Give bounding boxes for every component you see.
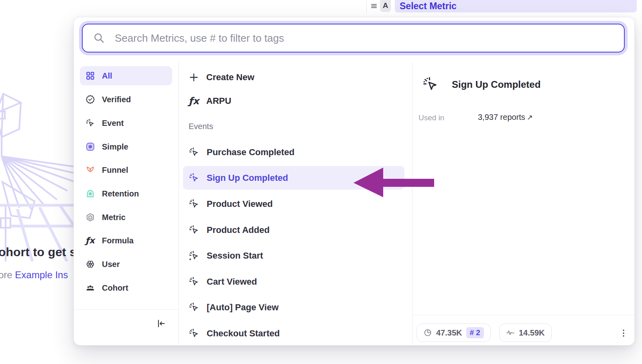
create-new-button[interactable]: Create New — [183, 67, 404, 88]
search-placeholder: Search Metrics, use # to filter to tags — [115, 32, 284, 44]
sidebar-item-label: Retention — [102, 189, 139, 198]
metric-hexagon-icon — [85, 212, 95, 222]
event-item[interactable]: Session Start — [183, 244, 404, 267]
more-options-button[interactable] — [616, 325, 631, 341]
wireframe-illustration — [0, 85, 80, 261]
activity-count-value: 14.59K — [519, 328, 545, 338]
event-cursor-icon — [189, 276, 199, 287]
event-item[interactable]: Product Added — [183, 218, 404, 242]
list-item-arpu[interactable]: ƒx ARPU — [183, 91, 404, 111]
sidebar-item-label: Funnel — [102, 166, 128, 175]
verified-badge-icon — [85, 95, 95, 104]
total-count-value: 47.35K — [436, 328, 462, 338]
sidebar-footer-divider — [74, 309, 179, 309]
events-section-header: Events — [189, 119, 349, 133]
event-item[interactable]: [Auto] Page View — [183, 295, 404, 319]
sidebar-item-event[interactable]: Event — [80, 113, 172, 133]
event-cursor-icon — [189, 302, 199, 313]
event-cursor-icon — [189, 328, 199, 339]
collapse-sidebar-button[interactable] — [153, 316, 169, 331]
collapse-left-icon — [156, 318, 167, 329]
formula-fx-icon: ƒx — [85, 236, 95, 245]
used-in-reports-link[interactable]: 3,937 reports↗ — [478, 113, 533, 122]
sidebar-item-user[interactable]: User — [80, 255, 172, 274]
background-link-line: ore Example Ins — [0, 269, 68, 281]
used-in-label: Used in — [419, 113, 444, 122]
sidebar-item-simple[interactable]: Simple — [80, 137, 172, 156]
event-item[interactable]: Product Viewed — [183, 192, 404, 216]
event-cursor-icon — [85, 118, 95, 128]
sidebar-item-label: Event — [102, 119, 124, 128]
sidebar-item-label: All — [102, 71, 112, 81]
pulse-icon — [506, 328, 515, 337]
select-metric-title[interactable]: Select Metric — [400, 0, 457, 12]
plus-icon — [189, 72, 199, 83]
search-icon — [93, 32, 105, 44]
search-input[interactable]: Search Metrics, use # to filter to tags — [82, 24, 625, 53]
metric-picker-modal: Search Metrics, use # to filter to tags … — [73, 17, 635, 346]
formula-fx-icon: ƒx — [189, 96, 199, 106]
topbar-divider — [366, 0, 367, 13]
sidebar-item-label: Simple — [102, 142, 128, 152]
screen: ohort to get s ore Example Ins A Select … — [0, 0, 642, 364]
activity-count-pill[interactable]: 14.59K — [499, 324, 552, 342]
sidebar-item-retention[interactable]: Retention — [80, 184, 172, 203]
sidebar-item-formula[interactable]: ƒx Formula — [80, 231, 172, 250]
event-item[interactable]: Checkout Started — [183, 322, 404, 345]
event-cursor-icon — [189, 172, 199, 183]
metric-row-label: A — [380, 0, 391, 12]
sidebar-item-all[interactable]: All — [80, 66, 172, 85]
sidebar-item-verified[interactable]: Verified — [80, 90, 172, 109]
sidebar-item-label: User — [102, 260, 120, 269]
event-cursor-icon — [189, 224, 199, 235]
sidebar-item-label: Metric — [102, 213, 126, 222]
event-item-label: Cart Viewed — [207, 277, 257, 287]
sidebar-item-cohort[interactable]: Cohort — [80, 278, 172, 297]
sidebar-item-metric[interactable]: Metric — [80, 208, 172, 227]
event-item-selected[interactable]: Sign Up Completed — [183, 166, 404, 190]
drag-handle-icon[interactable] — [371, 3, 377, 9]
background-link-prefix: ore — [0, 269, 15, 280]
create-new-label: Create New — [206, 72, 254, 83]
sidebar-item-label: Verified — [102, 95, 131, 104]
kebab-menu-icon — [619, 328, 628, 338]
external-arrow-icon: ↗ — [527, 113, 533, 121]
detail-footer-divider — [412, 315, 634, 315]
cohort-people-icon — [85, 283, 95, 293]
event-item-label: Checkout Started — [207, 328, 280, 339]
rank-badge: # 2 — [466, 327, 484, 338]
simple-metric-icon — [85, 142, 95, 152]
sidebar-item-funnel[interactable]: Funnel — [80, 160, 172, 180]
event-cursor-icon — [422, 76, 439, 93]
event-item-label: Session Start — [207, 251, 263, 261]
example-insights-link[interactable]: Example Ins — [15, 269, 68, 280]
background-heading: ohort to get s — [0, 245, 76, 259]
event-item-label: Product Viewed — [207, 199, 273, 209]
event-item-label: Purchase Completed — [207, 147, 295, 158]
user-cluster-icon — [85, 259, 95, 269]
pie-chart-icon — [423, 328, 432, 337]
detail-divider — [412, 61, 412, 344]
sidebar-item-label: Cohort — [102, 283, 128, 293]
event-cursor-icon — [189, 147, 199, 158]
event-item-label: Sign Up Completed — [207, 173, 288, 183]
retention-icon — [85, 189, 95, 198]
detail-title: Sign Up Completed — [452, 79, 540, 90]
funnel-icon — [85, 165, 95, 175]
sidebar-item-label: Formula — [102, 236, 134, 245]
reports-count: 3,937 reports — [478, 113, 525, 121]
arpu-label: ARPU — [206, 96, 231, 106]
event-item[interactable]: Purchase Completed — [183, 140, 404, 164]
event-cursor-icon — [189, 198, 199, 209]
event-item[interactable]: Cart Viewed — [183, 270, 404, 293]
event-item-label: Product Added — [207, 225, 270, 235]
grid-icon — [85, 71, 95, 81]
session-start-event-icon — [189, 250, 199, 261]
event-item-label: [Auto] Page View — [207, 302, 278, 313]
sidebar-divider — [179, 61, 179, 344]
total-count-pill[interactable]: 47.35K # 2 — [416, 324, 491, 342]
